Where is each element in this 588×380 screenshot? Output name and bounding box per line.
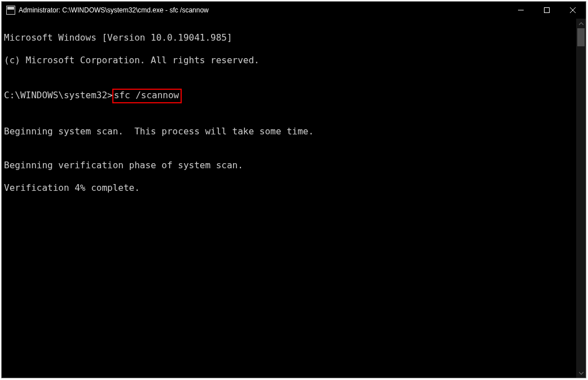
titlebar[interactable]: Administrator: C:\WINDOWS\system32\cmd.e… <box>2 2 586 19</box>
scrollbar-thumb[interactable] <box>577 28 585 46</box>
prompt-prefix: C:\WINDOWS\system32> <box>4 90 113 101</box>
line-version: Microsoft Windows [Version 10.0.19041.98… <box>4 32 576 43</box>
scrollbar-up-button[interactable] <box>576 19 586 28</box>
chevron-down-icon <box>579 372 583 375</box>
close-button[interactable] <box>560 2 586 19</box>
cmd-app-icon <box>6 6 15 15</box>
prompt-command: sfc /scannow <box>114 90 179 101</box>
window-controls <box>508 2 586 19</box>
command-highlight-box: sfc /scannow <box>112 89 182 103</box>
window-title: Administrator: C:\WINDOWS\system32\cmd.e… <box>19 6 508 14</box>
minimize-button[interactable] <box>508 2 534 19</box>
maximize-icon <box>544 7 550 13</box>
line-begin-scan: Beginning system scan. This process will… <box>4 126 576 137</box>
command-prompt-window: Administrator: C:\WINDOWS\system32\cmd.e… <box>1 1 586 378</box>
minimize-icon <box>518 7 524 13</box>
terminal-output[interactable]: Microsoft Windows [Version 10.0.19041.98… <box>2 19 576 378</box>
line-verify-progress: Verification 4% complete. <box>4 182 576 194</box>
scrollbar-down-button[interactable] <box>576 368 586 378</box>
chevron-up-icon <box>579 22 583 25</box>
svg-rect-1 <box>545 8 550 13</box>
line-copyright: (c) Microsoft Corporation. All rights re… <box>4 55 576 66</box>
client-area: Microsoft Windows [Version 10.0.19041.98… <box>2 19 586 378</box>
scrollbar-track[interactable] <box>576 28 586 368</box>
maximize-button[interactable] <box>534 2 560 19</box>
close-icon <box>570 7 576 13</box>
vertical-scrollbar[interactable] <box>576 19 586 378</box>
line-begin-verify: Beginning verification phase of system s… <box>4 160 576 171</box>
line-prompt: C:\WINDOWS\system32>sfc /scannow <box>4 89 576 103</box>
